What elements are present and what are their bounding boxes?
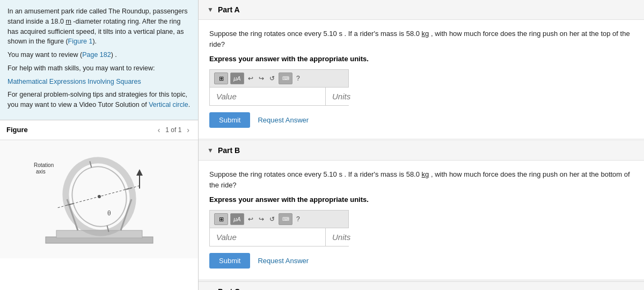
- figure-image: Rotation axis θ: [0, 140, 198, 258]
- figure-section: Figure ‹ 1 of 1 ›: [0, 120, 198, 258]
- axis-label: axis: [36, 169, 46, 175]
- part-a-section: ▼ Part A Suppose the ring rotates once e…: [199, 0, 644, 139]
- part-a-toolbar: ⊞ μA ↩ ↪ ↺ ⌨ ?: [209, 69, 349, 87]
- keyboard-icon: ⌨: [282, 76, 289, 81]
- mu-icon: μA: [233, 75, 240, 82]
- part-b-request-answer-link[interactable]: Request Answer: [258, 257, 309, 265]
- right-panel: ▼ Part A Suppose the ring rotates once e…: [199, 0, 644, 290]
- problem-text-3: For help with math skills, you may want …: [8, 63, 191, 74]
- figure-svg: Rotation axis θ: [24, 146, 174, 253]
- part-c-section: ▼ Part C: [199, 281, 644, 290]
- part-c-arrow: ▼: [207, 288, 214, 290]
- figure1-link[interactable]: Figure 1: [68, 38, 93, 45]
- part-b-question: Suppose the ring rotates once every 5.10…: [209, 169, 633, 190]
- vertical-circle-link[interactable]: Vertical circle: [149, 101, 188, 108]
- page182-link[interactable]: Page 182: [82, 51, 111, 59]
- part-a-keyboard-btn[interactable]: ⌨: [279, 73, 292, 84]
- part-b-help-icon[interactable]: ?: [295, 214, 302, 224]
- svg-text:θ: θ: [107, 209, 111, 217]
- part-b-toolbar: ⊞ μA ↩ ↪ ↺ ⌨ ?: [209, 210, 349, 228]
- part-b-units-input[interactable]: [326, 228, 385, 246]
- part-a-redo-icon[interactable]: ↪: [257, 74, 266, 83]
- part-b-label: Part B: [218, 146, 240, 155]
- part-c-label: Part C: [218, 287, 240, 290]
- part-a-header[interactable]: ▼ Part A: [199, 0, 644, 20]
- part-b-mu-btn[interactable]: μA: [230, 213, 244, 225]
- part-a-value-input[interactable]: [210, 88, 326, 105]
- figure-next-button[interactable]: ›: [185, 125, 192, 135]
- part-a-units-input[interactable]: [326, 88, 385, 105]
- figure-page-indicator: 1 of 1: [165, 126, 181, 134]
- part-b-undo-icon[interactable]: ↩: [246, 214, 255, 224]
- svg-line-11: [57, 185, 141, 207]
- part-a-help-icon[interactable]: ?: [295, 74, 302, 83]
- part-c-header[interactable]: ▼ Part C: [199, 281, 644, 290]
- problem-text-4: For general problem-solving tips and str…: [8, 90, 191, 110]
- part-a-mu-btn[interactable]: μA: [230, 73, 244, 84]
- part-a-request-answer-link[interactable]: Request Answer: [258, 116, 309, 124]
- part-b-refresh-icon[interactable]: ↺: [268, 214, 276, 224]
- figure-header: Figure ‹ 1 of 1 ›: [0, 120, 198, 140]
- part-a-input-row: [209, 87, 349, 106]
- part-a-content: Suppose the ring rotates once every 5.10…: [199, 20, 644, 139]
- part-b-submit-button[interactable]: Submit: [209, 253, 250, 269]
- part-a-label: Part A: [218, 5, 240, 14]
- rotation-label: Rotation: [34, 162, 54, 168]
- part-a-express-text: Express your answer with the appropriate…: [209, 55, 633, 63]
- grid-icon-b: ⊞: [219, 216, 224, 223]
- left-panel: In an amusement park ride called The Rou…: [0, 0, 199, 290]
- keyboard-icon-b: ⌨: [282, 216, 289, 222]
- figure-nav: ‹ 1 of 1 ›: [156, 125, 192, 135]
- part-a-submit-button[interactable]: Submit: [209, 112, 250, 128]
- part-b-section: ▼ Part B Suppose the ring rotates once e…: [199, 141, 644, 279]
- part-b-content: Suppose the ring rotates once every 5.10…: [199, 161, 644, 279]
- part-a-refresh-icon[interactable]: ↺: [268, 74, 276, 83]
- figure-prev-button[interactable]: ‹: [156, 125, 163, 135]
- part-a-action-row: Submit Request Answer: [209, 112, 633, 128]
- part-b-action-row: Submit Request Answer: [209, 253, 633, 269]
- part-b-input-row: [209, 228, 349, 247]
- problem-text-2: You may want to review (Page 182) .: [8, 50, 191, 60]
- mu-icon-b: μA: [233, 216, 240, 222]
- part-b-arrow: ▼: [207, 147, 214, 154]
- problem-description: In an amusement park ride called The Rou…: [0, 0, 198, 120]
- part-a-question: Suppose the ring rotates once every 5.10…: [209, 28, 633, 49]
- part-a-undo-icon[interactable]: ↩: [246, 74, 255, 83]
- part-b-express-text: Express your answer with the appropriate…: [209, 195, 633, 204]
- part-b-keyboard-btn[interactable]: ⌨: [279, 213, 292, 225]
- part-a-arrow: ▼: [207, 6, 214, 13]
- figure-title: Figure: [6, 126, 28, 134]
- math-link[interactable]: Mathematical Expressions Involving Squar…: [8, 78, 141, 85]
- grid-icon: ⊞: [219, 75, 224, 82]
- part-a-grid-btn[interactable]: ⊞: [214, 73, 228, 84]
- part-b-header[interactable]: ▼ Part B: [199, 141, 644, 161]
- part-b-grid-btn[interactable]: ⊞: [214, 213, 228, 225]
- problem-text-1: In an amusement park ride called The Rou…: [8, 6, 191, 47]
- part-b-redo-icon[interactable]: ↪: [257, 214, 266, 224]
- part-b-value-input[interactable]: [210, 228, 326, 246]
